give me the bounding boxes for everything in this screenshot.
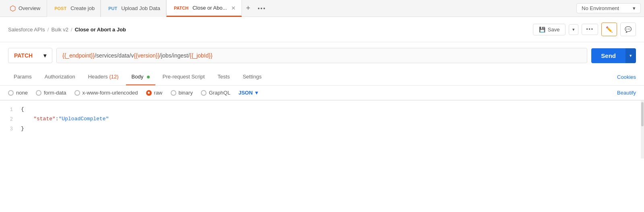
tab-method-post: POST	[53, 5, 68, 12]
tab-add-button[interactable]: +	[242, 0, 255, 17]
tab-params[interactable]: Params	[8, 69, 37, 85]
tab-method-patch: PATCH	[172, 5, 190, 11]
env-label: No Environment	[582, 5, 619, 11]
line-number-3: 3	[0, 126, 19, 132]
radio-label-none: none	[16, 90, 28, 96]
send-button-group: Send ▾	[591, 48, 636, 63]
save-label: Save	[548, 27, 560, 33]
code-line-2: 2 "state":"UploadComplete"	[0, 116, 641, 126]
tab-bar: ⬡ Overview POST Create job PUT Upload Jo…	[0, 0, 644, 17]
tab-post-create-job[interactable]: POST Create job	[47, 0, 101, 17]
radio-circle-graphql	[201, 90, 206, 96]
edit-button[interactable]: ✏️	[601, 23, 617, 36]
url-static-2: /jobs/ingest/	[159, 52, 190, 59]
breadcrumb-sep1: /	[47, 27, 49, 33]
comment-icon: 💬	[625, 26, 632, 33]
header-more-button[interactable]: •••	[582, 24, 598, 35]
breadcrumb-part2: Bulk v2	[51, 27, 68, 33]
save-button[interactable]: 💾 Save	[533, 24, 566, 35]
tab-overview[interactable]: ⬡ Overview	[3, 0, 47, 17]
radio-circle-binary	[171, 90, 176, 96]
radio-circle-raw	[146, 90, 152, 96]
radio-binary[interactable]: binary	[171, 90, 193, 96]
send-chevron-icon: ▾	[630, 53, 632, 58]
url-var-version: {{version}}	[134, 52, 159, 59]
tab-patch-close-abort[interactable]: PATCH Close or Abo... ✕	[166, 0, 242, 17]
url-var-endpoint: {{_endpoint}}	[62, 52, 95, 59]
request-tabs: Params Authorization Headers (12) Body P…	[0, 69, 644, 86]
cookies-link[interactable]: Cookies	[617, 74, 636, 80]
tab-authorization[interactable]: Authorization	[39, 69, 81, 85]
line-content-2: "state":"UploadComplete"	[19, 116, 641, 122]
code-line-3: 3 }	[0, 126, 641, 135]
url-static-1: /services/data/v	[95, 52, 134, 59]
body-type-row: none form-data x-www-form-urlencoded raw…	[0, 86, 644, 100]
radio-circle-none	[8, 90, 14, 96]
overview-label: Overview	[19, 5, 40, 11]
json-chevron-icon: ▾	[255, 90, 258, 96]
radio-none[interactable]: none	[8, 90, 28, 96]
breadcrumb-sep2: /	[71, 27, 72, 33]
header-more-icon: •••	[586, 27, 594, 32]
tab-settings[interactable]: Settings	[237, 69, 267, 85]
tab-method-put: PUT	[107, 5, 119, 12]
headers-badge: (12)	[109, 74, 118, 80]
save-disk-icon: 💾	[539, 27, 545, 33]
pencil-icon: ✏️	[606, 26, 613, 33]
radio-circle-urlencoded	[74, 90, 80, 96]
tab-tests[interactable]: Tests	[212, 69, 235, 85]
tab-label-create-job: Create job	[70, 5, 95, 11]
method-value: PATCH	[14, 52, 33, 59]
tab-more-button[interactable]: •••	[255, 0, 269, 17]
line-content-1: {	[19, 106, 641, 112]
plus-icon: +	[246, 4, 250, 12]
url-input[interactable]: {{_endpoint}}/services/data/v{{version}}…	[56, 48, 587, 63]
more-dots-icon: •••	[258, 5, 266, 12]
url-bar-row: PATCH ▾ {{_endpoint}}/services/data/v{{v…	[0, 42, 644, 69]
tab-body[interactable]: Body	[126, 69, 155, 85]
radio-form-data[interactable]: form-data	[36, 90, 66, 96]
radio-graphql[interactable]: GraphQL	[201, 90, 230, 96]
radio-raw[interactable]: raw	[146, 90, 163, 96]
code-editor-container: 1 { 2 "state":"UploadComplete" 3 }	[0, 100, 644, 158]
scrollbar-thumb	[641, 102, 644, 126]
beautify-button[interactable]: Beautify	[617, 90, 636, 96]
radio-label-binary: binary	[179, 90, 193, 96]
method-chevron-icon: ▾	[43, 52, 46, 59]
body-active-dot	[147, 76, 150, 78]
radio-label-raw: raw	[154, 90, 163, 96]
send-dropdown-button[interactable]: ▾	[625, 48, 636, 63]
tab-put-upload-job-data[interactable]: PUT Upload Job Data	[101, 0, 166, 17]
json-format-selector[interactable]: JSON ▾	[238, 90, 258, 96]
header-row: Salesforce APIs / Bulk v2 / Close or Abo…	[0, 17, 644, 42]
breadcrumb: Salesforce APIs / Bulk v2 / Close or Abo…	[8, 27, 533, 33]
save-chevron-icon: ▾	[572, 27, 575, 32]
header-actions: 💾 Save ▾ ••• ✏️ 💬	[533, 23, 636, 36]
breadcrumb-part1: Salesforce APIs	[8, 27, 45, 33]
radio-label-urlencoded: x-www-form-urlencoded	[83, 90, 138, 96]
overview-icon: ⬡	[10, 4, 16, 13]
line-number-1: 1	[0, 106, 19, 113]
code-editor[interactable]: 1 { 2 "state":"UploadComplete" 3 }	[0, 101, 641, 158]
tab-close-icon[interactable]: ✕	[231, 5, 236, 11]
radio-urlencoded[interactable]: x-www-form-urlencoded	[74, 90, 138, 96]
comment-button[interactable]: 💬	[620, 23, 636, 36]
tab-label-upload-job: Upload Job Data	[121, 5, 160, 11]
radio-label-graphql: GraphQL	[209, 90, 230, 96]
env-selector[interactable]: No Environment ▾	[576, 3, 641, 13]
radio-label-form-data: form-data	[44, 90, 66, 96]
line-content-3: }	[19, 126, 641, 132]
url-var-jobid: {{_jobId}}	[190, 52, 213, 59]
send-button[interactable]: Send	[591, 48, 625, 63]
line-number-2: 2	[0, 116, 19, 122]
tab-label-close-abort: Close or Abo...	[192, 5, 227, 11]
env-chevron-icon: ▾	[633, 5, 636, 11]
tab-headers[interactable]: Headers (12)	[83, 69, 124, 85]
method-select[interactable]: PATCH ▾	[8, 48, 52, 63]
save-dropdown-button[interactable]: ▾	[569, 24, 578, 35]
tab-pre-request-script[interactable]: Pre-request Script	[157, 69, 211, 85]
json-format-label: JSON	[238, 90, 252, 96]
radio-circle-form-data	[36, 90, 41, 96]
editor-scrollbar[interactable]	[641, 101, 644, 158]
breadcrumb-current: Close or Abort a Job	[75, 27, 126, 33]
